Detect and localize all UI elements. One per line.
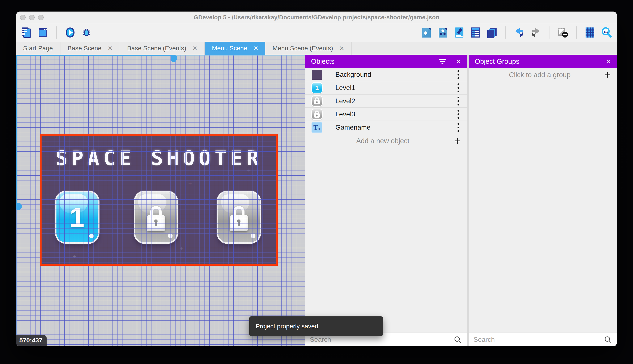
object-menu-dots-icon[interactable] xyxy=(455,96,461,107)
horizontal-scrollbar-thumb[interactable] xyxy=(171,55,177,62)
object-menu-dots-icon[interactable] xyxy=(455,69,461,80)
tab-close-icon[interactable]: × xyxy=(253,44,258,52)
add-group-label: Click to add a group xyxy=(475,71,604,79)
add-group-row[interactable]: Click to add a group + xyxy=(469,68,617,81)
object-row-level2[interactable]: Level2 xyxy=(305,94,467,108)
object-groups-panel-close-icon[interactable]: × xyxy=(606,57,611,66)
text-object-thumbnail: Tx xyxy=(312,122,322,132)
cursor-coordinates-badge: 570;437 xyxy=(16,335,47,346)
object-name: Gamename xyxy=(335,124,455,131)
star-speck: + xyxy=(180,245,184,252)
editor-content: SPACE SHOOTER + + + + + + + + 1 xyxy=(16,55,617,346)
tab-close-icon[interactable]: × xyxy=(339,44,344,52)
tab-base-scene[interactable]: Base Scene × xyxy=(61,42,120,55)
level3-locked-button-object[interactable] xyxy=(218,192,260,242)
panels-gap-divider xyxy=(467,55,469,346)
objects-search-input[interactable] xyxy=(310,336,453,344)
lock-icon xyxy=(147,215,165,231)
lock-keyhole xyxy=(154,219,158,223)
groups-search-input[interactable] xyxy=(473,336,604,344)
objects-panel-close-icon[interactable]: × xyxy=(456,57,461,66)
app-window-icon[interactable] xyxy=(37,27,49,38)
filter-icon[interactable] xyxy=(439,59,446,64)
horizontal-scrollbar-fill xyxy=(16,55,174,56)
object-row-level3[interactable]: Level3 xyxy=(305,108,467,121)
object-groups-panel-title: Object Groups xyxy=(475,58,606,66)
object-name: Level2 xyxy=(335,97,455,105)
tab-base-scene-events[interactable]: Base Scene (Events) × xyxy=(120,42,205,55)
save-toast: Project properly saved xyxy=(249,316,383,336)
object-menu-dots-icon[interactable] xyxy=(455,82,461,94)
traffic-lights xyxy=(20,12,44,23)
star-speck: + xyxy=(73,253,77,260)
objects-editor-icon[interactable] xyxy=(421,27,432,38)
object-name: Background xyxy=(335,71,455,78)
lock-body xyxy=(230,215,248,231)
tab-label: Base Scene xyxy=(68,45,102,52)
editor-tab-bar: Start Page Base Scene × Base Scene (Even… xyxy=(16,42,617,55)
vertical-scrollbar-thumb[interactable] xyxy=(16,203,22,210)
preview-play-icon[interactable] xyxy=(64,27,76,38)
svg-text:1:1: 1:1 xyxy=(603,30,608,33)
star-speck: + xyxy=(247,167,251,174)
tab-menu-scene[interactable]: Menu Scene × xyxy=(205,42,265,55)
toolbar-separator xyxy=(549,26,549,38)
object-groups-panel-header: Object Groups × xyxy=(469,55,617,68)
objects-panel: Objects × Background 1 Level1 xyxy=(305,55,467,346)
lock-icon xyxy=(315,97,319,100)
close-window-button[interactable] xyxy=(20,15,26,20)
debug-icon[interactable] xyxy=(81,27,92,38)
object-menu-dots-icon[interactable] xyxy=(455,108,461,120)
tab-menu-scene-events[interactable]: Menu Scene (Events) × xyxy=(265,42,352,55)
object-row-level1[interactable]: 1 Level1 xyxy=(305,81,467,94)
vertical-scrollbar-fill xyxy=(16,55,18,206)
tab-label: Menu Scene (Events) xyxy=(272,45,333,52)
tab-start-page[interactable]: Start Page xyxy=(16,42,61,55)
plus-icon[interactable]: + xyxy=(604,70,611,80)
level1-number: 1 xyxy=(57,192,98,242)
minimize-window-button[interactable] xyxy=(29,15,35,20)
objects-panel-header: Objects × xyxy=(305,55,467,68)
object-groups-panel: Object Groups × Click to add a group + xyxy=(469,55,617,346)
object-groups-icon[interactable] xyxy=(437,27,449,38)
level1-thumbnail-number: 1 xyxy=(312,83,322,93)
lock-icon xyxy=(230,215,248,231)
main-toolbar: 1:1 xyxy=(16,23,617,42)
scene-background-object[interactable]: SPACE SHOOTER + + + + + + + + 1 xyxy=(41,136,276,264)
gdevelop-window: GDevelop 5 - /Users/dkarakay/Documents/G… xyxy=(16,12,617,346)
object-row-gamename[interactable]: Tx Gamename xyxy=(305,121,467,134)
redo-icon[interactable] xyxy=(530,27,541,38)
object-name: Level1 xyxy=(335,84,455,92)
render-mask-icon[interactable] xyxy=(557,27,569,38)
toolbar-left-group xyxy=(21,26,92,38)
object-row-background[interactable]: Background xyxy=(305,68,467,81)
level1-button-object[interactable]: 1 xyxy=(57,192,98,242)
tab-close-icon[interactable]: × xyxy=(193,44,197,52)
plus-icon[interactable]: + xyxy=(454,136,460,146)
scene-canvas[interactable]: SPACE SHOOTER + + + + + + + + 1 xyxy=(16,55,305,346)
locked-button-thumbnail xyxy=(312,96,322,106)
grid-icon[interactable] xyxy=(584,27,596,38)
tab-label: Start Page xyxy=(23,45,53,52)
zoom-window-button[interactable] xyxy=(38,15,44,20)
instances-list-icon[interactable] xyxy=(470,27,481,38)
background-thumbnail xyxy=(312,70,322,80)
project-manager-icon[interactable] xyxy=(21,27,32,38)
scene-title-text-object[interactable]: SPACE SHOOTER xyxy=(41,146,276,170)
undo-icon[interactable] xyxy=(513,27,525,38)
object-name: Level3 xyxy=(335,110,455,118)
zoom-1-1-icon[interactable]: 1:1 xyxy=(601,27,612,38)
tab-label: Base Scene (Events) xyxy=(127,45,186,52)
toast-message: Project properly saved xyxy=(256,323,318,330)
add-new-object-row[interactable]: Add a new object + xyxy=(305,134,467,148)
layers-icon[interactable] xyxy=(486,27,498,38)
star-speck: + xyxy=(123,161,127,168)
toolbar-separator xyxy=(505,26,506,38)
objects-panel-empty-area xyxy=(305,148,467,332)
lock-body xyxy=(147,215,165,231)
tab-close-icon[interactable]: × xyxy=(108,44,113,52)
object-menu-dots-icon[interactable] xyxy=(455,122,461,133)
star-speck: + xyxy=(60,176,64,183)
properties-icon[interactable] xyxy=(453,27,465,38)
level2-locked-button-object[interactable] xyxy=(135,192,177,242)
